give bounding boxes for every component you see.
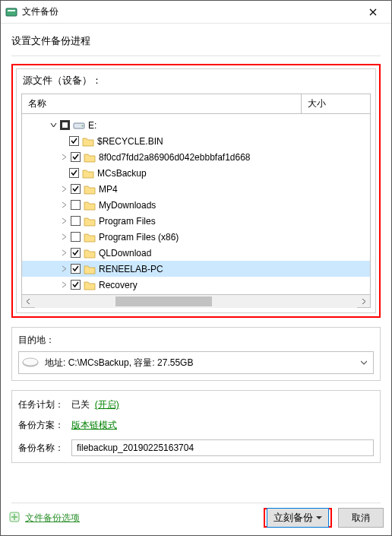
- chevron-right-icon[interactable]: [58, 264, 69, 274]
- node-label: 8f0cd7fdd2a86906d042ebbbfaf1d668: [99, 152, 251, 163]
- backup-now-button[interactable]: 立刻备份: [267, 508, 329, 528]
- drive-icon: [73, 119, 85, 132]
- options-icon: [8, 511, 21, 525]
- node-label: Program Files (x86): [99, 232, 179, 243]
- destination-text: 地址: C:\MCsBackup, 容量: 27.55GB: [45, 357, 358, 369]
- footer: 文件备份选项 立刻备份 取消: [1, 503, 391, 535]
- chevron-right-icon[interactable]: [58, 232, 69, 243]
- svg-point-3: [82, 125, 84, 126]
- plan-panel: 任务计划： 已关 (开启) 备份方案： 版本链模式 备份名称：: [11, 390, 381, 463]
- backup-scheme-label: 备份方案：: [18, 419, 71, 432]
- source-label: 源文件（设备）：: [17, 69, 375, 89]
- column-name[interactable]: 名称: [22, 94, 302, 113]
- titlebar: 文件备份: [1, 1, 391, 24]
- checkbox[interactable]: [71, 152, 81, 162]
- node-label: $RECYCLE.BIN: [97, 136, 163, 147]
- window-title: 文件备份: [22, 5, 358, 18]
- chevron-down-icon[interactable]: [48, 120, 58, 131]
- task-plan-row: 任务计划： 已关 (开启): [18, 398, 374, 411]
- tree-node[interactable]: 8f0cd7fdd2a86906d042ebbbfaf1d668: [22, 149, 370, 165]
- checkbox[interactable]: [71, 248, 81, 258]
- tree-scroll: E:$RECYCLE.BIN8f0cd7fdd2a86906d042ebbbfa…: [22, 114, 370, 294]
- backup-name-label: 备份名称：: [18, 442, 71, 455]
- hscrollbar[interactable]: [22, 294, 370, 307]
- scroll-track[interactable]: [35, 295, 357, 308]
- node-label: MP4: [99, 184, 118, 195]
- dialog-body: 设置文件备份进程 源文件（设备）： 名称 大小 E:$RECYCLE.BIN8f…: [1, 24, 391, 503]
- task-plan-label: 任务计划：: [18, 398, 71, 411]
- checkbox[interactable]: [71, 264, 81, 274]
- checkbox[interactable]: [71, 232, 81, 242]
- svg-point-5: [23, 358, 38, 366]
- app-icon: [5, 6, 17, 18]
- disk-icon: [22, 357, 39, 369]
- folder-icon: [84, 199, 96, 211]
- node-label: Recovery: [99, 280, 138, 290]
- close-button[interactable]: [358, 1, 388, 24]
- options-label: 文件备份选项: [25, 512, 80, 525]
- checkbox[interactable]: [71, 216, 81, 226]
- backup-options-link[interactable]: 文件备份选项: [8, 511, 80, 525]
- node-label: Program Files: [99, 216, 156, 227]
- chevron-right-icon[interactable]: [58, 248, 69, 258]
- checkbox[interactable]: [71, 280, 81, 290]
- folder-icon: [82, 135, 94, 147]
- tree-node[interactable]: MP4: [22, 181, 370, 197]
- backup-name-input[interactable]: [71, 439, 374, 456]
- chevron-down-icon: [316, 515, 322, 521]
- chevron-right-icon[interactable]: [58, 216, 69, 227]
- task-status: 已关: [71, 398, 90, 411]
- section-title: 设置文件备份进程: [11, 34, 381, 48]
- svg-rect-1: [8, 10, 15, 11]
- tree-view: 名称 大小 E:$RECYCLE.BIN8f0cd7fdd2a86906d042…: [21, 94, 371, 308]
- node-label: QLDownload: [99, 248, 151, 258]
- destination-panel: 目的地： 地址: C:\MCsBackup, 容量: 27.55GB: [11, 327, 381, 381]
- scroll-right-button[interactable]: [357, 295, 370, 308]
- folder-icon: [84, 215, 96, 227]
- tree-header: 名称 大小: [22, 94, 370, 114]
- backup-now-label: 立刻备份: [273, 511, 313, 525]
- backup-scheme-link[interactable]: 版本链模式: [71, 419, 117, 432]
- checkbox[interactable]: [69, 136, 79, 146]
- folder-icon: [84, 247, 96, 259]
- checkbox[interactable]: [69, 168, 79, 178]
- backup-scheme-row: 备份方案： 版本链模式: [18, 419, 374, 432]
- svg-rect-0: [6, 8, 17, 16]
- dest-capacity: 27.55GB: [157, 357, 193, 368]
- dest-cap-prefix: , 容量:: [129, 357, 157, 368]
- tree-node[interactable]: Recovery: [22, 277, 370, 293]
- folder-icon: [84, 279, 96, 291]
- checkbox[interactable]: [71, 184, 81, 194]
- backup-now-highlight: 立刻备份: [264, 508, 332, 528]
- node-label: MCsBackup: [97, 168, 147, 179]
- chevron-right-icon[interactable]: [58, 152, 69, 163]
- close-icon: [369, 8, 377, 16]
- column-size[interactable]: 大小: [302, 94, 370, 113]
- checkbox[interactable]: [71, 200, 81, 210]
- task-toggle-link[interactable]: (开启): [95, 398, 119, 411]
- chevron-down-icon: [358, 360, 370, 366]
- tree-root: E:$RECYCLE.BIN8f0cd7fdd2a86906d042ebbbfa…: [22, 114, 370, 294]
- node-label: MyDownloads: [99, 200, 156, 211]
- scroll-left-button[interactable]: [22, 295, 35, 308]
- destination-label: 目的地：: [18, 334, 374, 347]
- chevron-right-icon[interactable]: [58, 184, 69, 195]
- tree-node[interactable]: MCsBackup: [22, 165, 370, 181]
- folder-icon: [84, 231, 96, 243]
- node-label: E:: [88, 120, 96, 131]
- tree-node[interactable]: MyDownloads: [22, 197, 370, 213]
- dialog-window: 文件备份 设置文件备份进程 源文件（设备）： 名称 大小 E:$RECYCLE.…: [0, 0, 392, 536]
- chevron-right-icon[interactable]: [58, 200, 69, 211]
- chevron-right-icon[interactable]: [58, 280, 69, 290]
- node-label: RENEELAB-PC: [99, 264, 163, 274]
- checkbox[interactable]: [60, 120, 70, 130]
- tree-node[interactable]: RENEELAB-PC: [22, 261, 370, 277]
- tree-node[interactable]: $RECYCLE.BIN: [22, 133, 370, 149]
- scroll-thumb[interactable]: [115, 297, 212, 306]
- tree-node[interactable]: QLDownload: [22, 245, 370, 261]
- tree-root-node[interactable]: E:: [22, 117, 370, 133]
- cancel-button[interactable]: 取消: [338, 508, 384, 528]
- tree-node[interactable]: Program Files (x86): [22, 229, 370, 245]
- tree-node[interactable]: Program Files: [22, 213, 370, 229]
- destination-select[interactable]: 地址: C:\MCsBackup, 容量: 27.55GB: [18, 351, 374, 374]
